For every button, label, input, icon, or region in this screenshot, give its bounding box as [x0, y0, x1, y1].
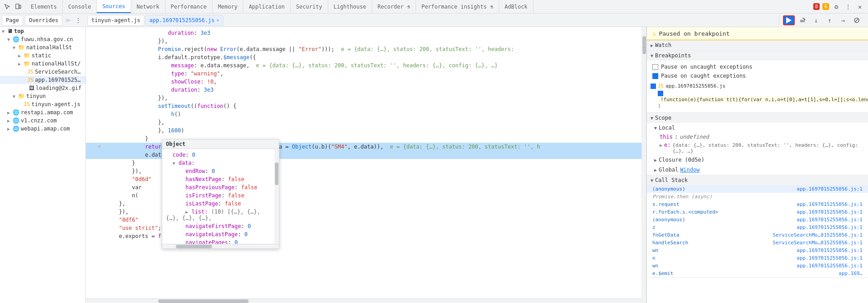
pause-uncaught-checkbox[interactable]	[652, 64, 658, 70]
watch-header[interactable]: ▶ Watch	[647, 40, 868, 50]
stack-fngetdata[interactable]: fnGetData ServiceSearchMo…015255056.js:1	[647, 231, 868, 239]
prop-data-expand[interactable]: ▼ data:	[166, 159, 275, 167]
more-tabs-icon[interactable]: ⋮	[74, 16, 83, 25]
tab-adblock[interactable]: AdBlock	[499, 0, 533, 13]
debug-toolbar: ↓ ↑ →	[779, 15, 866, 25]
code-line: showClose: !0,	[86, 78, 646, 86]
scope-global-header[interactable]: ▶ Global Window	[647, 165, 868, 175]
tab-lighthouse[interactable]: Lighthouse	[328, 0, 372, 13]
folder-closed2-icon: 📁	[24, 61, 30, 67]
tree-static[interactable]: ▶ 📁 static	[0, 51, 85, 60]
tree-restapi[interactable]: ▶ 🌐 restapi.amap.com	[0, 108, 85, 117]
step-button[interactable]: →	[837, 15, 849, 25]
scope-local-header[interactable]: ▼ Local	[647, 123, 868, 133]
bp-code-checkbox[interactable]	[658, 91, 663, 96]
tree-arrow-tinyun: ▼	[13, 94, 18, 99]
tab-performance[interactable]: Performance	[165, 0, 212, 13]
file-tree: ▼ 🖥 top ▼ 🌐 fuwu.nhsa.gov.cn ▼ 📁 nationa…	[0, 27, 86, 303]
prop-list-expand[interactable]: ▶ list: (10) [{…}, {…}, {…}, {…}, {…},	[166, 208, 275, 222]
tree-webapi[interactable]: ▶ 🌐 webapi.amap.com	[0, 125, 85, 133]
callstack-header[interactable]: ▼ Call Stack	[647, 175, 868, 185]
bp-filename: app.1697015255056.js	[665, 83, 725, 89]
tree-arrow-restapi: ▶	[7, 110, 13, 115]
js-file2-icon: JS	[27, 77, 33, 83]
tree-arrow: ▼	[2, 29, 7, 34]
stack-anonymous-1[interactable]: (anonymous) app.1697015255056.js:1	[647, 185, 868, 193]
tab-sources[interactable]: Sources	[97, 0, 131, 13]
tree-app-js[interactable]: JS app.169701525505	[0, 76, 85, 84]
bp-code-text: !function(e){function t(t){for(var n,i,o…	[658, 96, 868, 103]
tab-elements[interactable]: Elements	[25, 0, 63, 13]
bp-file-checkbox[interactable]	[651, 84, 656, 89]
tree-v1cnzz[interactable]: ▶ 🌐 v1.cnzz.com	[0, 117, 85, 125]
tree-label-ta: tinyun-agent.js	[31, 101, 80, 107]
stack-z[interactable]: z app.1697015255056.js:1	[647, 224, 868, 231]
breakpoints-arrow: ▼	[651, 53, 653, 58]
scope-closure-header[interactable]: ▶ Closure (0d5e)	[647, 155, 868, 165]
stack-n[interactable]: n app.1697015255056.js:1	[647, 254, 868, 262]
editor-h-scrollbar[interactable]	[86, 298, 642, 303]
close-file-tab[interactable]: ✕	[217, 18, 219, 23]
tree-tinyun[interactable]: ▼ 📁 tinyun	[0, 92, 85, 100]
scope-e[interactable]: ▶ e: {data: {…}, status: 200, statusText…	[647, 141, 868, 155]
file-tab-app[interactable]: app.1697015255056.js ✕	[145, 15, 223, 26]
tree-tinyun-agent[interactable]: JS tinyun-agent.js	[0, 100, 85, 108]
tab-recorder[interactable]: Recorder ⚗	[372, 0, 416, 13]
svg-rect-0	[16, 4, 19, 9]
tab-security[interactable]: Security	[291, 0, 328, 13]
settings-icon[interactable]: ⚙	[832, 2, 841, 11]
tooltip-h-scrollbar[interactable]	[162, 244, 279, 248]
tab-network[interactable]: Network	[131, 0, 165, 13]
stack-wn-2[interactable]: wn app.1697015255056.js:1	[647, 262, 868, 270]
step-into-button[interactable]: ↓	[810, 15, 822, 25]
img-file-icon: 🖼	[29, 85, 34, 91]
close-devtools-icon[interactable]: ✕	[855, 2, 864, 11]
bp-line-num: 1	[658, 103, 661, 109]
pause-caught-checkbox[interactable]	[652, 73, 658, 79]
main-area: ▼ 🖥 top ▼ 🌐 fuwu.nhsa.gov.cn ▼ 📁 nationa…	[0, 27, 868, 303]
tab-console[interactable]: Console	[63, 0, 97, 13]
device-icon[interactable]	[14, 2, 23, 11]
devtools-icons	[0, 2, 25, 11]
page-tab[interactable]: Page	[2, 15, 23, 26]
prop-islastpage: isLastPage: false	[166, 200, 275, 208]
tab-application[interactable]: Application	[243, 0, 290, 13]
tree-label-tinyun: tinyun	[26, 93, 46, 99]
tree-arrow-webapi: ▶	[7, 126, 13, 131]
tab-memory[interactable]: Memory	[212, 0, 243, 13]
breakpoints-header[interactable]: ▼ Breakpoints	[647, 51, 868, 61]
stack-anonymous-2[interactable]: (anonymous) app.1697015255056.js:1	[647, 216, 868, 224]
tab-perf-insights[interactable]: Performance insights ⚗	[416, 0, 499, 13]
stack-srequest[interactable]: s.request app.1697015255056.js:1	[647, 200, 868, 208]
prop-navlastpage: navigateLastPage: 0	[166, 230, 275, 238]
stack-wn-1[interactable]: wn app.1697015255056.js:1	[647, 247, 868, 254]
prop-navpages: navigatePages: 0	[166, 238, 275, 244]
tree-loading[interactable]: 🖼 loading@2x.gif	[0, 84, 85, 92]
tree-top[interactable]: ▼ 🖥 top	[0, 27, 85, 35]
tooltip-scrollbar[interactable]	[274, 149, 279, 244]
window-link[interactable]: Window	[680, 167, 699, 173]
svg-rect-1	[19, 5, 21, 8]
tree-label-app: app.169701525505	[35, 77, 84, 83]
editor-v-scrollbar[interactable]	[642, 27, 646, 303]
scope-header[interactable]: ▼ Scope	[647, 113, 868, 123]
overrides-tab[interactable]: Overrides	[25, 15, 62, 26]
tree-national[interactable]: ▼ 📁 nationalHallSt	[0, 43, 85, 51]
resume-button[interactable]	[783, 15, 795, 25]
breakpoints-content: Pause on uncaught exceptions Pause on ca…	[647, 61, 868, 112]
more-options-icon[interactable]: ⋮	[844, 2, 853, 11]
stack-rforeach[interactable]: r.forEach.s.<computed> app.1697015255056…	[647, 208, 868, 216]
step-out-button[interactable]: ↑	[824, 15, 835, 25]
code-editor[interactable]: duration: 3e3 }), Promise.reject(new Err…	[86, 27, 646, 303]
deactivate-breakpoints-button[interactable]	[851, 15, 863, 25]
step-over-button[interactable]	[797, 15, 808, 25]
file-tab-tinyun[interactable]: tinyun-agent.js	[87, 15, 144, 26]
tree-servicesearch[interactable]: JS ServiceSearchMod	[0, 68, 85, 76]
stack-promise-then[interactable]: Promise.then (async)	[647, 193, 868, 200]
inspect-icon[interactable]	[3, 2, 12, 11]
tree-nationalhallst[interactable]: ▶ 📁 nationalHallSt/	[0, 60, 85, 68]
stack-handlesearch[interactable]: handleSearch ServiceSearchMo…015255056.j…	[647, 239, 868, 247]
tree-fuwu[interactable]: ▼ 🌐 fuwu.nhsa.gov.cn	[0, 35, 85, 43]
stack-emit[interactable]: e.$emit app.169…	[647, 270, 868, 277]
callstack-arrow: ▼	[651, 178, 653, 183]
